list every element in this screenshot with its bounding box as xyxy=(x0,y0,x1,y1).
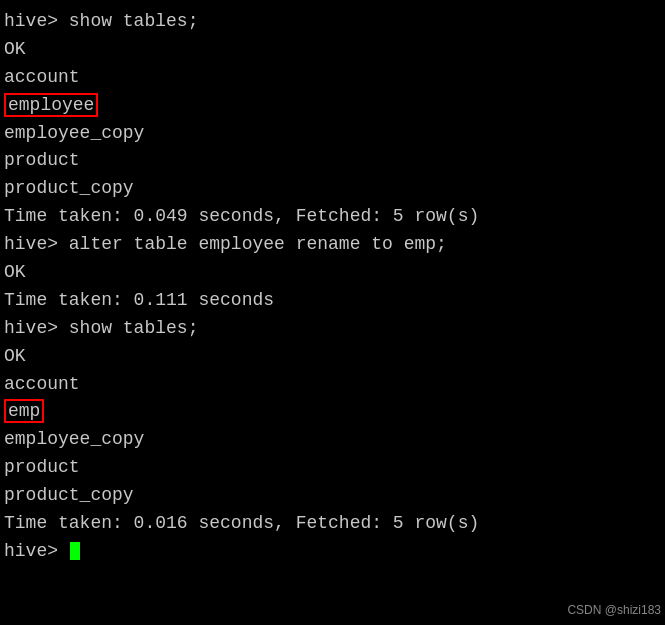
terminal: hive> show tables; OK account employee e… xyxy=(0,0,665,625)
terminal-line-highlighted: emp xyxy=(4,398,661,426)
terminal-line: hive> show tables; xyxy=(4,315,661,343)
terminal-line: Time taken: 0.049 seconds, Fetched: 5 ro… xyxy=(4,203,661,231)
terminal-line: product xyxy=(4,454,661,482)
watermark: CSDN @shizi183 xyxy=(567,603,661,617)
terminal-line: OK xyxy=(4,36,661,64)
terminal-line: product xyxy=(4,147,661,175)
terminal-line-highlighted: employee xyxy=(4,92,661,120)
terminal-line: Time taken: 0.111 seconds xyxy=(4,287,661,315)
terminal-line: hive> alter table employee rename to emp… xyxy=(4,231,661,259)
highlighted-text: emp xyxy=(4,399,44,423)
terminal-line: hive> show tables; xyxy=(4,8,661,36)
terminal-line: account xyxy=(4,371,661,399)
terminal-line: OK xyxy=(4,259,661,287)
terminal-line: product_copy xyxy=(4,482,661,510)
terminal-cursor xyxy=(70,542,80,560)
terminal-line: employee_copy xyxy=(4,426,661,454)
terminal-line: OK xyxy=(4,343,661,371)
terminal-line: employee_copy xyxy=(4,120,661,148)
terminal-line: product_copy xyxy=(4,175,661,203)
highlighted-text: employee xyxy=(4,93,98,117)
terminal-line: account xyxy=(4,64,661,92)
terminal-prompt-line: hive> xyxy=(4,538,661,566)
terminal-prompt: hive> xyxy=(4,541,69,561)
terminal-line: Time taken: 0.016 seconds, Fetched: 5 ro… xyxy=(4,510,661,538)
